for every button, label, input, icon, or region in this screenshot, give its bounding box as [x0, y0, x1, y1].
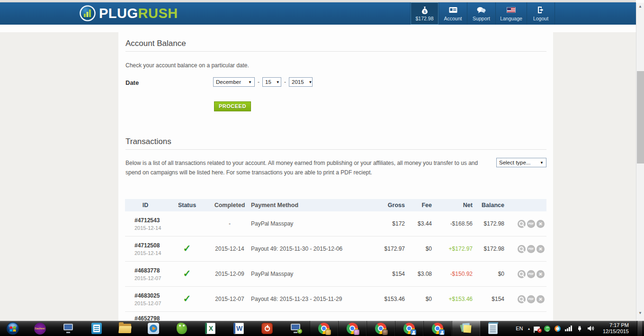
browser-scrollbar[interactable]: ▲ ▼: [636, 0, 644, 321]
tray-expand-arrow[interactable]: ▲: [528, 327, 531, 330]
day-select[interactable]: 15 ▼: [262, 77, 281, 87]
view-transaction-icon[interactable]: [518, 270, 526, 278]
taskbar-sticky-notes-button[interactable]: [452, 321, 480, 336]
sync-status-icon[interactable]: [544, 326, 550, 332]
excel-icon: X: [205, 323, 215, 334]
media-player-icon: [148, 323, 159, 334]
view-transaction-icon[interactable]: [518, 220, 526, 228]
date-selectors: December ▼ - 15 ▼ - 2015 ▼: [213, 77, 313, 87]
balance-amount: $0: [473, 271, 504, 277]
clock-date: 12/15/2015: [603, 328, 629, 335]
transaction-id: #4683025: [134, 292, 166, 299]
nav-language-label: Language: [500, 16, 522, 21]
table-row: #4683025 2015-12-07 ✓ 2015-12-07 Payout …: [125, 287, 546, 312]
delete-transaction-icon[interactable]: ✕: [537, 295, 545, 303]
completed-date: 2015-12-09: [208, 271, 251, 277]
chrome-icon: [347, 323, 358, 334]
profile-avatar: [439, 329, 445, 335]
taskbar-chrome-profile-4-button[interactable]: [395, 321, 423, 336]
year-select[interactable]: 2015 ▼: [289, 77, 313, 87]
proceed-button[interactable]: PROCEED: [214, 101, 251, 111]
pdf-receipt-icon[interactable]: PDF: [527, 270, 535, 278]
table-row: #4712508 2015-12-14 ✓ 2015-12-14 Payout …: [125, 236, 546, 262]
pdf-receipt-icon[interactable]: PDF: [527, 245, 535, 253]
site-navbar: PLUGRUSH $ $172.98 Account Support Langu…: [0, 2, 636, 25]
app-tray-icon[interactable]: [555, 326, 561, 332]
taskbar-remote-assistance-button[interactable]: [54, 321, 82, 336]
payment-method: Payout 48: 2015-11-23 - 2015-11-29: [251, 296, 376, 302]
profile-avatar: [411, 329, 416, 335]
fee-amount: $3.44: [405, 220, 432, 227]
taskbar-shutdown-tool-button[interactable]: ✕: [281, 321, 310, 336]
month-select[interactable]: December ▼: [213, 77, 255, 87]
transaction-type-select[interactable]: Select type... ▼: [496, 158, 546, 167]
plugrush-logo[interactable]: PLUGRUSH: [80, 5, 178, 21]
chevron-down-icon: ▼: [309, 80, 313, 84]
scroll-up-arrow[interactable]: ▲: [636, 3, 644, 10]
scroll-down-arrow[interactable]: ▼: [636, 309, 644, 317]
us-flag-icon: [507, 6, 516, 14]
transaction-id: #4712508: [134, 242, 166, 249]
divider: [125, 51, 546, 52]
taskbar-sachesi-button[interactable]: Sachesi: [26, 321, 54, 336]
taskbar-file-explorer-button[interactable]: [111, 321, 139, 336]
taskbar-chrome-profile-5-button[interactable]: [423, 321, 452, 336]
action-center-flag-icon[interactable]: ✕: [535, 327, 540, 331]
taskbar-excel-button[interactable]: X: [196, 321, 224, 336]
plugrush-logo-icon: [80, 5, 96, 21]
chevron-down-icon: ▼: [248, 80, 252, 84]
nav-logout-button[interactable]: Logout: [527, 2, 555, 25]
network-signal-icon[interactable]: [565, 326, 572, 331]
nav-balance-button[interactable]: $ $172.98: [410, 2, 438, 25]
delete-transaction-icon[interactable]: ✕: [537, 220, 545, 228]
transaction-date: 2015-12-14: [134, 225, 166, 231]
table-row: #4712543 2015-12-14 - PayPal Masspay $17…: [125, 211, 546, 236]
power-plug-icon[interactable]: [576, 325, 583, 332]
header-gross: Gross: [376, 202, 405, 209]
gross-amount: $154: [376, 271, 405, 277]
net-amount: +$172.97: [432, 245, 473, 252]
completed-date: -: [208, 220, 251, 227]
taskbar-media-player-button[interactable]: [139, 321, 168, 336]
money-bag-icon: $: [421, 6, 429, 14]
account-balance-description: Check your account balance on a particul…: [125, 61, 249, 70]
volume-icon[interactable]: [587, 325, 595, 332]
balance-amount: $172.98: [473, 245, 504, 252]
plugrush-logo-text: PLUGRUSH: [99, 5, 178, 21]
taskbar-chrome-profile-3-button[interactable]: [367, 321, 395, 336]
system-tray: EN ▲ ✕ 7:17 PM 12/15/2015: [516, 321, 644, 336]
view-transaction-icon[interactable]: [518, 245, 526, 253]
nav-support-button[interactable]: Support: [467, 2, 495, 25]
taskbar-word-button[interactable]: W: [224, 321, 253, 336]
page-content: Account Balance Check your account balan…: [0, 25, 636, 321]
gross-amount: $172.97: [376, 245, 405, 252]
header-payment-method: Payment Method: [251, 202, 376, 209]
nav-balance-label: $172.98: [416, 16, 434, 21]
taskbar-chrome-profile-2-button[interactable]: [338, 321, 367, 336]
nav-support-label: Support: [473, 16, 490, 21]
pdf-receipt-icon[interactable]: PDF: [527, 295, 535, 303]
show-desktop-button[interactable]: [637, 321, 642, 336]
taskbar-chrome-profile-1-button[interactable]: [310, 321, 338, 336]
taskbar-document-viewer-button[interactable]: [82, 321, 111, 336]
delete-transaction-icon[interactable]: ✕: [537, 270, 545, 278]
header-id: ID: [125, 202, 166, 209]
nav-language-button[interactable]: Language: [495, 2, 527, 25]
header-balance: Balance: [473, 202, 504, 209]
view-transaction-icon[interactable]: [518, 295, 526, 303]
scrollbar-thumb[interactable]: [637, 71, 644, 163]
taskbar-power-off-button[interactable]: [253, 321, 281, 336]
taskbar-clock[interactable]: 7:17 PM 12/15/2015: [599, 322, 633, 335]
pdf-receipt-icon[interactable]: PDF: [527, 220, 535, 228]
profile-avatar: [354, 329, 359, 335]
delete-transaction-icon[interactable]: ✕: [537, 245, 545, 253]
start-button[interactable]: [0, 321, 26, 336]
taskbar-notepad-button[interactable]: [480, 321, 506, 336]
taskbar-dragon-app-button[interactable]: [168, 321, 196, 336]
nav-account-button[interactable]: Account: [438, 2, 467, 25]
chrome-icon: [375, 323, 386, 334]
language-indicator[interactable]: EN: [516, 326, 523, 331]
date-separator: -: [258, 79, 259, 85]
profile-avatar: [325, 329, 331, 335]
net-amount: +$153.46: [432, 296, 473, 302]
